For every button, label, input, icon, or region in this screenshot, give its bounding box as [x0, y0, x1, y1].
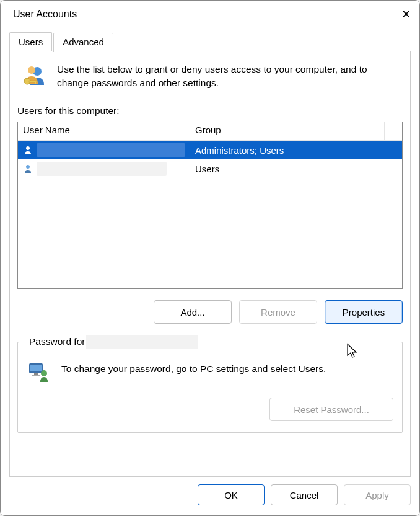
cell-group: Administrators; Users	[190, 145, 402, 156]
intro-row: Use the list below to grant or deny user…	[21, 63, 388, 92]
cancel-button[interactable]: Cancel	[271, 484, 338, 505]
password-group: Password for To change your password, go…	[17, 335, 403, 433]
user-icon	[23, 164, 33, 174]
list-row[interactable]: Administrators; Users	[18, 141, 402, 159]
svg-rect-4	[35, 81, 36, 84]
column-header-group[interactable]: Group	[190, 122, 385, 140]
tab-strip: Users Advanced	[9, 32, 411, 51]
window-title: User Accounts	[13, 9, 77, 20]
cell-username	[18, 162, 190, 176]
username-redacted	[37, 162, 167, 176]
users-list[interactable]: User Name Group Administrators; Users Us…	[17, 122, 403, 289]
ok-button[interactable]: OK	[198, 484, 265, 505]
user-monitor-icon	[27, 360, 51, 386]
password-instruction-text: To change your password, go to PC settin…	[61, 363, 326, 375]
cell-username	[18, 143, 190, 157]
column-header-spacer	[385, 122, 402, 140]
apply-button: Apply	[344, 484, 411, 505]
svg-rect-10	[32, 375, 40, 376]
list-header: User Name Group	[18, 122, 402, 141]
tab-users[interactable]: Users	[9, 32, 52, 51]
cell-group: Users	[190, 164, 402, 174]
properties-button[interactable]: Properties	[325, 300, 403, 324]
titlebar: User Accounts ✕	[1, 1, 419, 28]
intro-text: Use the list below to grant or deny user…	[57, 63, 388, 91]
column-header-username[interactable]: User Name	[18, 122, 190, 140]
password-username-redacted	[86, 335, 198, 349]
remove-button: Remove	[239, 300, 317, 324]
add-button[interactable]: Add...	[154, 300, 232, 324]
password-legend: Password for	[27, 335, 200, 349]
username-redacted	[37, 143, 185, 157]
svg-point-5	[26, 146, 30, 150]
reset-password-button: Reset Password...	[269, 398, 393, 421]
user-buttons-row: Add... Remove Properties	[17, 300, 403, 324]
user-accounts-dialog: User Accounts ✕ Users Advanced Use the l…	[0, 0, 420, 516]
users-list-label: Users for this computer:	[17, 105, 403, 117]
svg-point-1	[28, 66, 35, 74]
tab-panel-users: Use the list below to grant or deny user…	[9, 51, 411, 477]
svg-rect-9	[34, 373, 38, 375]
svg-point-6	[26, 165, 30, 169]
tab-advanced[interactable]: Advanced	[53, 33, 113, 52]
users-keys-icon	[21, 63, 48, 92]
svg-point-11	[41, 370, 47, 376]
user-icon	[23, 145, 33, 155]
svg-rect-8	[30, 365, 42, 371]
close-icon[interactable]: ✕	[393, 7, 411, 21]
dialog-footer: OK Cancel Apply	[1, 477, 419, 515]
list-row[interactable]: Users	[18, 159, 402, 178]
